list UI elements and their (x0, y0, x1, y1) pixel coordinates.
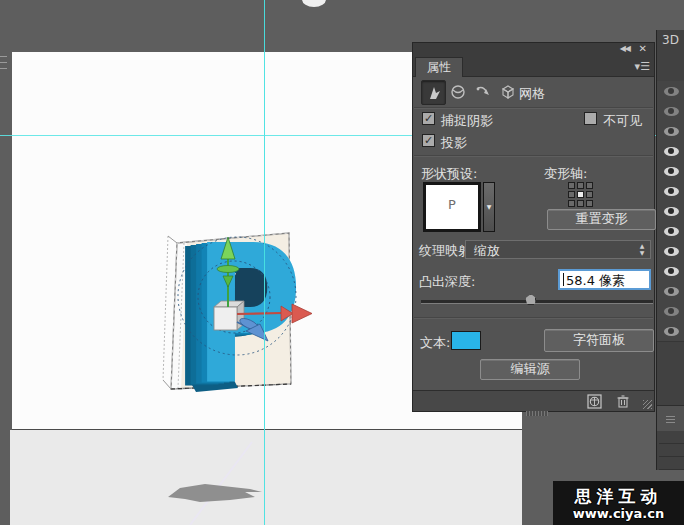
shape-preset-thumbnail[interactable]: P (423, 182, 481, 232)
collapse-panel-icon[interactable]: ◀◀ (620, 44, 630, 53)
strip-resize-grip[interactable] (666, 414, 675, 423)
axis-cell-selected[interactable] (577, 191, 584, 198)
layer-visibility-cell[interactable] (657, 81, 684, 102)
panel-header: ◀◀ ✕ (413, 43, 654, 57)
axis-cell[interactable] (586, 182, 593, 189)
text-color-swatch[interactable] (451, 331, 481, 350)
eye-icon[interactable] (664, 187, 679, 196)
layer-visibility-cell[interactable] (657, 181, 684, 202)
divider (414, 317, 653, 319)
axis-cell[interactable] (568, 191, 575, 198)
cast-shadows-label: 投影 (441, 134, 467, 152)
extrude-depth-slider[interactable] (421, 300, 653, 304)
strip-cell-line (659, 456, 684, 457)
letter-3d-object[interactable]: P P P P P (140, 210, 340, 410)
layer-visibility-cell[interactable] (657, 261, 684, 282)
tab-properties[interactable]: 属性 (415, 57, 463, 77)
watermark-title: 思洋互动 (553, 485, 684, 508)
center-cube-handle[interactable] (214, 307, 237, 330)
extrude-depth-input[interactable]: 58.4 像素 (558, 269, 651, 290)
shape-preset-letter: P (426, 185, 478, 229)
deform-icon (475, 84, 491, 100)
photoshop-workspace: P P P P P ◀◀ ✕ (0, 0, 684, 525)
mesh-icon-button[interactable] (421, 80, 446, 105)
eye-icon[interactable] (664, 287, 679, 296)
watermark-url: www.ciya.cn (553, 506, 684, 521)
shape-preset-label: 形状预设: (421, 165, 477, 183)
materials-icon-button[interactable] (446, 80, 469, 103)
rotate-widget-partial-icon (302, 0, 326, 7)
eye-icon[interactable] (664, 87, 679, 96)
layer-visibility-cell[interactable] (657, 101, 684, 122)
ground-shadow (168, 484, 262, 502)
x-axis-line (237, 313, 282, 314)
layer-visibility-cell[interactable] (657, 221, 684, 242)
trash-icon[interactable] (616, 394, 630, 408)
layer-visibility-cell[interactable] (657, 201, 684, 222)
panel-3d-strip: 3D (656, 30, 684, 470)
resize-grip[interactable] (643, 400, 652, 409)
checkbox-invisible[interactable] (584, 112, 597, 125)
y-axis-rotate-disc[interactable] (217, 266, 239, 273)
deform-axis-grid[interactable] (568, 182, 593, 207)
checkbox-cast-shadows[interactable]: ✓ (422, 134, 435, 147)
panel-3d-title: 3D (662, 33, 679, 47)
materials-icon (450, 84, 466, 100)
character-panel-button[interactable]: 字符面板 (544, 329, 654, 352)
layer-visibility-cell[interactable] (657, 301, 684, 322)
catch-shadows-label: 捕捉阴影 (441, 112, 493, 130)
checkbox-catch-shadows[interactable]: ✓ (422, 112, 435, 125)
reset-deform-button[interactable]: 重置变形 (547, 209, 656, 230)
axis-cell[interactable] (577, 200, 584, 207)
ground-plane-icon[interactable] (587, 394, 602, 409)
watermark: 思洋互动 www.ciya.cn (553, 481, 684, 525)
eye-icon[interactable] (664, 247, 679, 256)
axis-cell[interactable] (568, 200, 575, 207)
deform-icon-button[interactable] (471, 80, 494, 103)
layer-visibility-cell[interactable] (657, 281, 684, 302)
vertical-guide[interactable] (264, 0, 265, 525)
eye-icon[interactable] (664, 147, 679, 156)
box-depth-edge (163, 380, 171, 389)
axis-cell[interactable] (586, 191, 593, 198)
eye-icon[interactable] (664, 307, 679, 316)
strip-cell-line (659, 469, 684, 470)
shape-preset-dropdown[interactable]: ▼ (483, 182, 495, 232)
axis-cell[interactable] (586, 200, 593, 207)
strip-cell-line (659, 443, 684, 444)
eye-icon[interactable] (664, 207, 679, 216)
divider (414, 155, 653, 157)
layer-visibility-cell[interactable] (657, 241, 684, 262)
layer-visibility-cell[interactable] (657, 121, 684, 142)
eye-icon[interactable] (664, 267, 679, 276)
scrollbar-thumb[interactable] (526, 411, 548, 416)
cap-icon-button[interactable] (496, 80, 519, 103)
layer-visibility-cell[interactable] (657, 321, 684, 342)
reflection-line (190, 442, 252, 525)
panel-tab-bar: 属性 ▾☰ (413, 57, 654, 77)
text-label: 文本: (420, 334, 450, 352)
edit-source-button[interactable]: 编辑源 (480, 359, 580, 380)
ground-plane-area[interactable] (10, 430, 522, 525)
mesh-icon (426, 85, 442, 101)
cap-icon (500, 84, 516, 100)
text-caret (563, 273, 564, 286)
eye-icon[interactable] (664, 227, 679, 236)
eye-icon[interactable] (664, 107, 679, 116)
ground-shadow-graphics (10, 430, 522, 525)
close-panel-icon[interactable]: ✕ (639, 43, 647, 54)
axis-cell[interactable] (577, 182, 584, 189)
texture-mapping-select[interactable]: 缩放 ▲ ▼ (465, 240, 651, 259)
eye-icon[interactable] (664, 167, 679, 176)
eye-icon[interactable] (664, 327, 679, 336)
axis-cell[interactable] (568, 182, 575, 189)
dropdown-arrows-icon: ▲ ▼ (637, 242, 647, 256)
divider (414, 107, 653, 109)
layer-visibility-cell[interactable] (657, 161, 684, 182)
panel-menu-icon[interactable]: ▾☰ (635, 60, 650, 73)
extrude-depth-label: 凸出深度: (419, 273, 475, 291)
extrude-depth-value: 58.4 像素 (566, 272, 625, 290)
layer-visibility-cell[interactable] (657, 141, 684, 162)
slider-thumb[interactable] (525, 294, 536, 305)
eye-icon[interactable] (664, 127, 679, 136)
